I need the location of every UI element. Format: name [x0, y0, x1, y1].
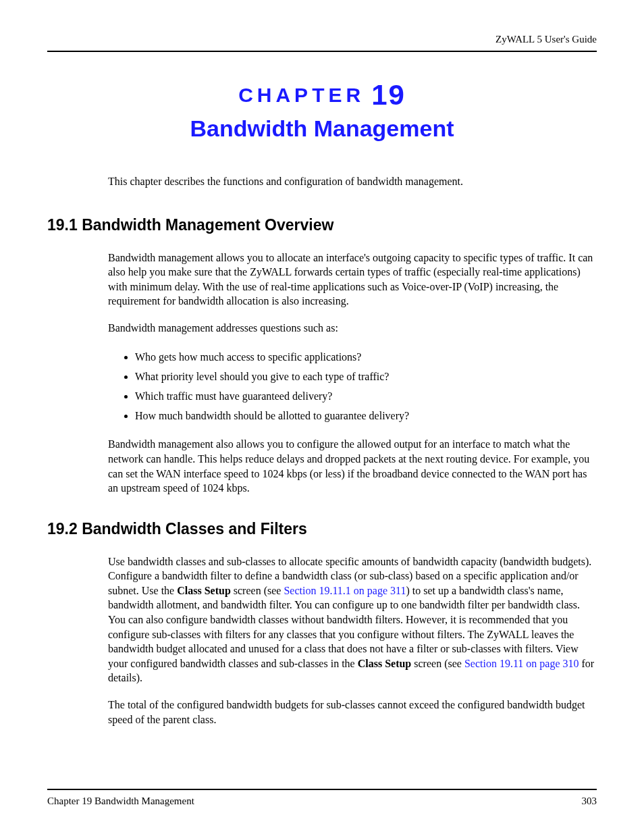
chapter-title: Bandwidth Management — [47, 115, 597, 142]
list-item: Who gets how much access to specific app… — [135, 348, 576, 366]
text-run: screen (see — [411, 658, 464, 669]
bold-class-setup: Class Setup — [358, 658, 412, 669]
xref-section-19-11-1[interactable]: Section 19.11.1 on page 311 — [284, 585, 406, 596]
section-19-1-para3: Bandwidth management also allows you to … — [108, 437, 597, 495]
xref-section-19-11[interactable]: Section 19.11 on page 310 — [464, 658, 579, 669]
list-item: How much bandwidth should be allotted to… — [135, 407, 576, 425]
section-19-2-para1: Use bandwidth classes and sub-classes to… — [108, 554, 597, 685]
text-run: screen (see — [231, 585, 284, 596]
footer-left-text: Chapter 19 Bandwidth Management — [47, 796, 194, 807]
chapter-number: 19 — [371, 79, 406, 111]
footer-page-number: 303 — [582, 796, 597, 807]
list-item: What priority level should you give to e… — [135, 367, 576, 386]
text-run: ) to set up a bandwidth class's name, ba… — [108, 585, 580, 669]
section-19-1-heading: 19.1 Bandwidth Management Overview — [47, 216, 597, 234]
chapter-number-line: CHAPTER19 — [47, 79, 597, 111]
chapter-word: CHAPTER — [238, 84, 365, 106]
page-header: ZyWALL 5 User's Guide — [47, 34, 597, 52]
section-19-1-bullet-list: Who gets how much access to specific app… — [122, 348, 576, 425]
section-19-1-para1: Bandwidth management allows you to alloc… — [108, 251, 597, 309]
section-19-2-heading: 19.2 Bandwidth Classes and Filters — [47, 520, 597, 538]
header-right-text: ZyWALL 5 User's Guide — [495, 34, 597, 45]
section-19-1-para2: Bandwidth management addresses questions… — [108, 321, 597, 336]
page-footer: Chapter 19 Bandwidth Management 303 — [47, 789, 597, 807]
section-19-2-para2: The total of the configured bandwidth bu… — [108, 698, 597, 727]
chapter-intro: This chapter describes the functions and… — [108, 174, 597, 189]
bold-class-setup: Class Setup — [177, 585, 231, 596]
list-item: Which traffic must have guaranteed deliv… — [135, 387, 576, 405]
